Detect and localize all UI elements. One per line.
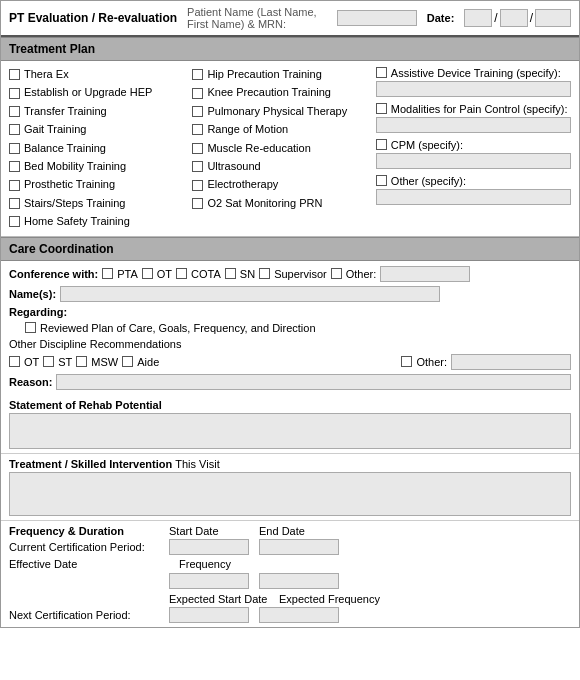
checkbox[interactable]: [9, 69, 20, 80]
treatment-visit-textarea[interactable]: [9, 472, 571, 516]
patient-mrn-input[interactable]: [337, 10, 417, 26]
treatment-cols: Thera Ex Establish or Upgrade HEP Transf…: [9, 67, 571, 230]
names-row: Name(s):: [9, 286, 571, 302]
reviewed-checkbox[interactable]: [25, 322, 36, 333]
checkbox[interactable]: [192, 106, 203, 117]
cpm-block: CPM (specify):: [376, 139, 571, 169]
next-cert-start-input[interactable]: [169, 607, 249, 623]
treatment-plan-header: Treatment Plan: [1, 37, 579, 61]
header: PT Evaluation / Re-evaluation Patient Na…: [1, 1, 579, 37]
list-item: Knee Precaution Training: [192, 85, 369, 100]
page-container: PT Evaluation / Re-evaluation Patient Na…: [0, 0, 580, 628]
item-label: Transfer Training: [24, 104, 107, 119]
freq-header-row: Frequency & Duration Start Date End Date: [9, 525, 571, 537]
date-sep1: /: [494, 11, 497, 25]
assistive-label: Assistive Device Training (specify):: [391, 67, 561, 79]
checkbox[interactable]: [9, 216, 20, 227]
list-item: Home Safety Training: [9, 214, 186, 229]
modalities-input[interactable]: [376, 117, 571, 133]
date-year-input[interactable]: [535, 9, 571, 27]
list-item: Stairs/Steps Training: [9, 196, 186, 211]
checkbox[interactable]: [192, 161, 203, 172]
cpm-input[interactable]: [376, 153, 571, 169]
next-cert-freq-input[interactable]: [259, 607, 339, 623]
sn-checkbox[interactable]: [225, 268, 236, 279]
checkbox[interactable]: [192, 143, 203, 154]
other-disc-label: Other Discipline Recommendations: [9, 338, 181, 350]
cota-label: COTA: [191, 268, 221, 280]
disc-other-input[interactable]: [451, 354, 571, 370]
effective-inputs-row: [9, 573, 571, 589]
cpm-checkbox[interactable]: [376, 139, 387, 150]
list-item: Hip Precaution Training: [192, 67, 369, 82]
checkbox[interactable]: [9, 124, 20, 135]
date-sep2: /: [530, 11, 533, 25]
current-cert-end-input[interactable]: [259, 539, 339, 555]
msw-checkbox[interactable]: [76, 356, 87, 367]
item-label: Muscle Re-education: [207, 141, 310, 156]
aide-label: Aide: [137, 356, 159, 368]
conf-other-checkbox[interactable]: [331, 268, 342, 279]
modalities-label-row: Modalities for Pain Control (specify):: [376, 103, 571, 115]
ot-disc-checkbox[interactable]: [9, 356, 20, 367]
treatment-col1: Thera Ex Establish or Upgrade HEP Transf…: [9, 67, 192, 230]
reason-input[interactable]: [56, 374, 571, 390]
conf-other-input[interactable]: [380, 266, 470, 282]
checkbox[interactable]: [9, 198, 20, 209]
reviewed-label: Reviewed Plan of Care, Goals, Frequency,…: [40, 322, 316, 334]
ot-conf-label: OT: [157, 268, 172, 280]
effective-freq-input[interactable]: [259, 573, 339, 589]
sn-label: SN: [240, 268, 255, 280]
checkbox[interactable]: [9, 161, 20, 172]
list-item: Prosthetic Training: [9, 177, 186, 192]
date-month-input[interactable]: [464, 9, 492, 27]
list-item: Balance Training: [9, 141, 186, 156]
checkbox[interactable]: [9, 143, 20, 154]
aide-checkbox[interactable]: [122, 356, 133, 367]
exp-header-row: Expected Start Date Expected Frequency: [9, 593, 571, 605]
item-label: Electrotherapy: [207, 177, 278, 192]
checkbox[interactable]: [9, 180, 20, 191]
other-checkbox[interactable]: [376, 175, 387, 186]
rehab-textarea[interactable]: [9, 413, 571, 449]
checkbox[interactable]: [9, 106, 20, 117]
item-label: Thera Ex: [24, 67, 69, 82]
checkbox[interactable]: [9, 88, 20, 99]
names-input[interactable]: [60, 286, 440, 302]
effective-date-label: Effective Date: [9, 558, 169, 570]
checkbox[interactable]: [192, 198, 203, 209]
cota-checkbox[interactable]: [176, 268, 187, 279]
date-day-input[interactable]: [500, 9, 528, 27]
supervisor-label: Supervisor: [274, 268, 327, 280]
modalities-block: Modalities for Pain Control (specify):: [376, 103, 571, 133]
header-title: PT Evaluation / Re-evaluation: [9, 11, 177, 25]
st-checkbox[interactable]: [43, 356, 54, 367]
reason-row: Reason:: [9, 374, 571, 390]
conference-row: Conference with: PTA OT COTA SN Supervis…: [9, 266, 571, 282]
assistive-checkbox[interactable]: [376, 67, 387, 78]
assistive-input[interactable]: [376, 81, 571, 97]
other-label: Other (specify):: [391, 175, 466, 187]
checkbox[interactable]: [192, 124, 203, 135]
cpm-label: CPM (specify):: [391, 139, 463, 151]
checkbox[interactable]: [192, 88, 203, 99]
current-cert-start-input[interactable]: [169, 539, 249, 555]
supervisor-checkbox[interactable]: [259, 268, 270, 279]
list-item: Range of Motion: [192, 122, 369, 137]
ot-conf-checkbox[interactable]: [142, 268, 153, 279]
effective-date-input[interactable]: [169, 573, 249, 589]
item-label: O2 Sat Monitoring PRN: [207, 196, 322, 211]
assistive-block: Assistive Device Training (specify):: [376, 67, 571, 97]
item-label: Balance Training: [24, 141, 106, 156]
other-input[interactable]: [376, 189, 571, 205]
checkbox[interactable]: [192, 180, 203, 191]
list-item: O2 Sat Monitoring PRN: [192, 196, 369, 211]
pta-checkbox[interactable]: [102, 268, 113, 279]
disc-other-checkbox[interactable]: [401, 356, 412, 367]
checkbox[interactable]: [192, 69, 203, 80]
modalities-checkbox[interactable]: [376, 103, 387, 114]
exp-start-label: Expected Start Date: [169, 593, 279, 605]
disc-items-row: OT ST MSW Aide Other:: [9, 354, 571, 370]
item-label: Home Safety Training: [24, 214, 130, 229]
next-cert-row: Next Certification Period:: [9, 607, 571, 623]
